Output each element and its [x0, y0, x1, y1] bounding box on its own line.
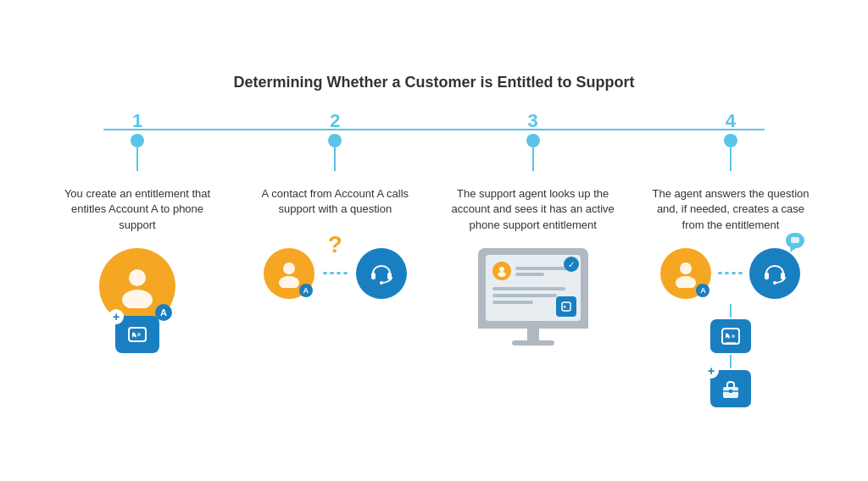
step-1-number: 1	[132, 112, 142, 130]
steps-icon-row: A +	[53, 248, 815, 407]
step-4-connector-vert-1	[730, 304, 732, 318]
screen-top-row: ✓	[492, 262, 574, 280]
step-3-dot	[526, 134, 540, 147]
svg-rect-22	[729, 390, 732, 393]
step-1-phone-wrap: +	[115, 324, 159, 353]
headset-svg-step4	[760, 259, 789, 288]
headset-svg-step2	[367, 259, 396, 288]
speech-svg	[790, 236, 800, 245]
screen-person-icon	[496, 265, 508, 277]
person-svg	[115, 264, 159, 308]
svg-point-3	[137, 333, 141, 336]
headset-icon-step4	[749, 248, 800, 299]
svg-point-5	[279, 276, 299, 288]
phone-box-step4	[710, 319, 751, 353]
step-4-icon-area: A	[646, 248, 815, 407]
step-4-top-row: A	[660, 248, 800, 299]
step-2-connector	[334, 147, 336, 171]
plus-badge-step4: +	[704, 363, 719, 379]
svg-point-8	[380, 281, 383, 285]
dotted-line-step2	[323, 272, 348, 274]
svg-rect-6	[371, 273, 376, 279]
step-4-header: 4	[646, 112, 815, 171]
step-1-dot	[131, 134, 144, 147]
a-badge-step2: A	[299, 284, 313, 297]
step-4-bottom-row: +	[710, 304, 751, 407]
dotted-line-step4	[718, 272, 743, 274]
bag-box-step4: +	[710, 370, 751, 407]
step-3-header: 3	[448, 112, 618, 171]
step-1-text: You create an entitlement that entitles …	[53, 186, 222, 233]
svg-point-9	[499, 267, 504, 272]
step-4-headset-wrap	[749, 248, 800, 299]
step-3-icon-area: ✓	[448, 248, 618, 346]
svg-point-13	[676, 276, 696, 288]
monitor-body: ✓	[478, 248, 588, 329]
monitor-screen: ✓	[486, 255, 581, 321]
svg-rect-18	[722, 329, 739, 344]
steps-text-row: You create an entitlement that entitles …	[53, 186, 815, 233]
step-2-icon-row: ? A	[264, 248, 407, 299]
a-badge-step4: A	[696, 284, 709, 297]
speech-bubble-icon	[786, 233, 804, 248]
screen-line-5	[492, 301, 533, 304]
step-4-connector	[730, 147, 732, 171]
question-mark-icon: ?	[328, 231, 342, 258]
step-1-header: 1	[53, 112, 222, 171]
phone-icon-step1	[125, 323, 149, 346]
svg-point-4	[283, 263, 295, 274]
svg-point-19	[732, 334, 735, 338]
phone-icon-step4	[720, 325, 742, 347]
step-4-text: The agent answers the question and, if n…	[646, 186, 815, 233]
svg-rect-14	[791, 237, 799, 243]
step-2-text: A contact from Account A calls support w…	[250, 186, 420, 233]
screen-line-3	[492, 287, 565, 290]
svg-point-12	[680, 263, 692, 274]
checkmark-badge: ✓	[564, 257, 579, 272]
step-4-dot	[724, 134, 737, 147]
step-1-stack: A +	[99, 248, 175, 353]
step-1-icon-area: A +	[53, 248, 222, 353]
monitor-stand	[527, 329, 539, 340]
person-svg-step4	[671, 259, 700, 288]
step-3-text: The support agent looks up the account a…	[448, 186, 618, 233]
main-container: Determining Whether a Customer is Entitl…	[27, 57, 841, 424]
step-2-icon-area: ? A	[250, 248, 420, 299]
screen-line-4	[492, 294, 558, 297]
screen-avatar	[492, 262, 511, 280]
step-4-number: 4	[726, 112, 736, 130]
screen-phone-icon	[556, 296, 576, 317]
step-3-connector	[532, 147, 534, 171]
step-2-person-icon: A	[264, 248, 314, 299]
monitor-base	[512, 340, 554, 346]
svg-point-0	[129, 269, 146, 286]
phone-box-step1: +	[115, 316, 159, 353]
screen-line-2	[515, 273, 545, 276]
monitor-container: ✓	[478, 248, 588, 346]
step-3-number: 3	[528, 112, 538, 130]
plus-badge-step1: +	[108, 309, 124, 324]
svg-point-17	[773, 281, 776, 285]
step-4-person-icon: A	[660, 248, 711, 299]
headset-icon-step2	[356, 248, 407, 299]
page-title: Determining Whether a Customer is Entitl…	[53, 74, 815, 91]
step-2-header: 2	[250, 112, 420, 171]
svg-rect-15	[765, 273, 769, 279]
step-2-number: 2	[330, 112, 340, 130]
svg-point-1	[122, 290, 153, 308]
timeline-row: 1 2 3 4	[53, 112, 815, 171]
bag-icon-step4	[719, 377, 743, 401]
step-2-dot	[328, 134, 342, 147]
svg-point-10	[498, 272, 506, 277]
svg-rect-11	[562, 302, 570, 311]
step-4-layout: A	[660, 248, 800, 407]
screen-phone-svg	[560, 301, 572, 312]
step-1-connector	[136, 147, 138, 171]
person-svg-step2	[275, 259, 303, 288]
step-4-connector-vert-2	[730, 355, 732, 368]
